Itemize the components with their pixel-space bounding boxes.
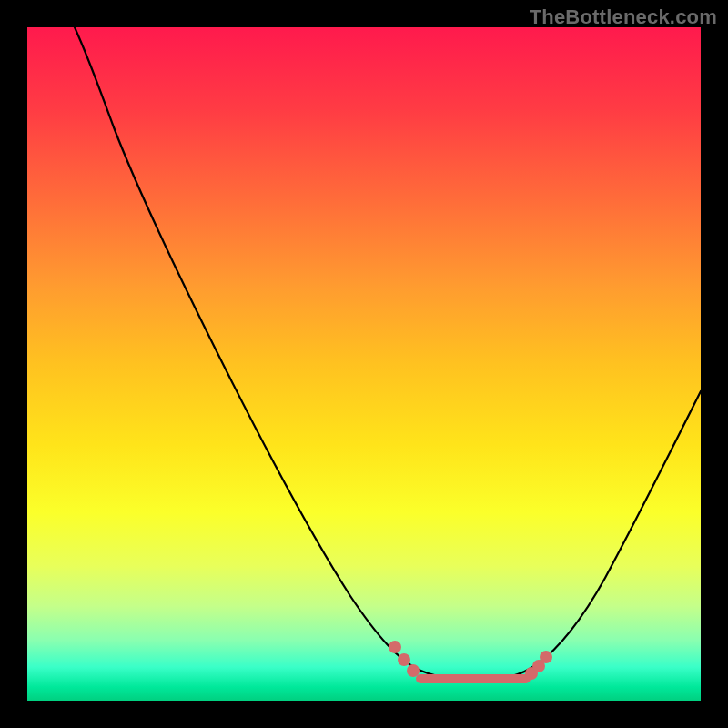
bottleneck-curve xyxy=(75,27,701,681)
dot-1 xyxy=(389,641,401,653)
plot-area xyxy=(27,27,701,701)
curve-svg xyxy=(27,27,701,701)
watermark-text: TheBottleneck.com xyxy=(530,5,717,29)
dot-6 xyxy=(540,651,552,663)
dot-2 xyxy=(398,653,410,666)
dot-3 xyxy=(407,664,420,677)
